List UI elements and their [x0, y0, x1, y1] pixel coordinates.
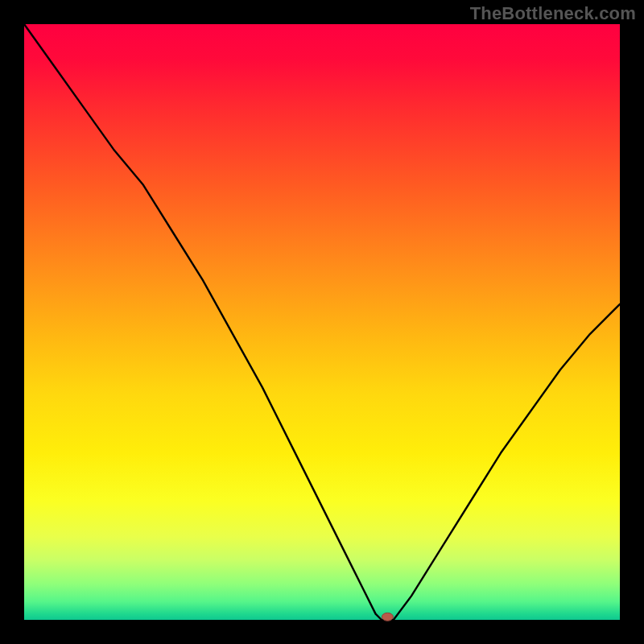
chart-svg [24, 24, 620, 620]
watermark-text: TheBottleneck.com [470, 3, 636, 24]
bottleneck-curve [24, 24, 620, 620]
plot-area [24, 24, 620, 620]
chart-frame: TheBottleneck.com [0, 0, 644, 644]
optimum-marker [382, 613, 393, 621]
